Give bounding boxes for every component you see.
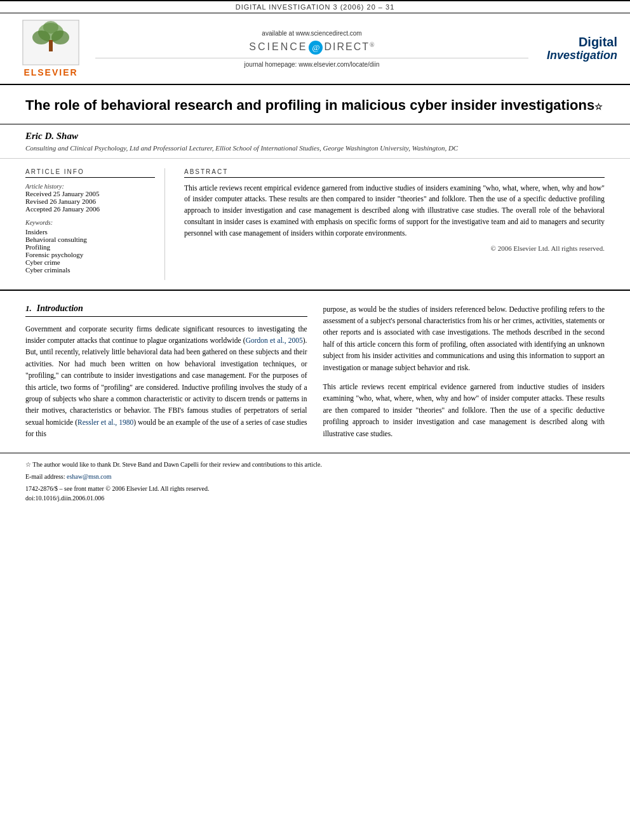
keywords-label: Keywords: — [25, 219, 155, 226]
intro-title: Introduction — [37, 303, 83, 314]
footer-doi: doi:10.1016/j.diin.2006.01.006 — [25, 493, 605, 503]
right-column: purpose, as would be the studies of insi… — [323, 303, 605, 440]
available-at-text: available at www.sciencedirect.com — [95, 30, 528, 37]
intro-left-text: Government and corporate security firms … — [25, 323, 307, 440]
svg-rect-4 — [49, 40, 53, 51]
keyword-profiling: Profiling — [25, 243, 155, 251]
footer-email-label: E-mail address: — [25, 473, 65, 480]
article-info-label: ARTICLE INFO — [25, 168, 155, 178]
elsevier-wordmark: ELSEVIER — [23, 67, 77, 77]
journal-homepage-text: journal homepage: www.elsevier.com/locat… — [95, 58, 528, 68]
history-label: Article history: — [25, 183, 155, 190]
author-name: Eric D. Shaw — [25, 131, 605, 142]
di-title: Digital — [535, 35, 617, 49]
science-text: SCIENCE — [249, 41, 307, 52]
footer-issn: 1742-2876/$ – see front matter © 2006 El… — [25, 484, 605, 493]
at-symbol: @ — [309, 41, 323, 55]
article-info-panel: ARTICLE INFO Article history: Received 2… — [25, 168, 165, 280]
journal-info-text: DIGITAL INVESTIGATION 3 (2006) 20 – 31 — [236, 3, 395, 11]
author-affiliation: Consulting and Clinical Psychology, Ltd … — [25, 144, 605, 152]
abstract-text: This article reviews recent empirical ev… — [184, 183, 605, 239]
sciencedirect-center: available at www.sciencedirect.com SCIEN… — [95, 30, 528, 68]
elsevier-logo: ELSEVIER — [13, 20, 89, 77]
revised-date: Revised 26 January 2006 — [25, 197, 155, 205]
copyright-line: © 2006 Elsevier Ltd. All rights reserved… — [184, 244, 605, 252]
keyword-forensic: Forensic psychology — [25, 251, 155, 258]
accepted-date: Accepted 26 January 2006 — [25, 205, 155, 213]
keywords-group: Keywords: Insiders Behavioral consulting… — [25, 219, 155, 274]
article-title-section: The role of behavioral research and prof… — [0, 85, 630, 124]
keyword-insiders: Insiders — [25, 228, 155, 236]
abstract-label: ABSTRACT — [184, 168, 605, 178]
footer-email: eshaw@msn.com — [67, 473, 112, 480]
elsevier-tree-icon — [22, 20, 79, 65]
body-content: 1. Introduction Government and corporate… — [0, 291, 630, 453]
keyword-behavioral: Behavioral consulting — [25, 236, 155, 243]
intro-number: 1. — [25, 303, 32, 314]
sciencedirect-logo: SCIENCE@DIRECT® — [95, 41, 528, 55]
footer-email-line: E-mail address: eshaw@msn.com — [25, 472, 605, 481]
intro-right-text-1: purpose, as would be the studies of insi… — [323, 303, 605, 373]
keyword-cybercrime: Cyber crime — [25, 258, 155, 266]
article-star: ☆ — [594, 102, 603, 112]
gordon-ref: Gordon et al., 2005 — [246, 337, 303, 344]
digital-investigation-logo: Digital Investigation — [535, 35, 617, 62]
footer-star-note: ☆ The author would like to thank Dr. Ste… — [25, 460, 605, 469]
received-date: Received 25 January 2005 — [25, 190, 155, 197]
author-section: Eric D. Shaw Consulting and Clinical Psy… — [0, 124, 630, 159]
article-meta-section: ARTICLE INFO Article history: Received 2… — [0, 159, 630, 291]
article-title: The role of behavioral research and prof… — [25, 97, 605, 115]
intro-heading: 1. Introduction — [25, 303, 307, 317]
svg-point-5 — [43, 21, 58, 34]
article-history-group: Article history: Received 25 January 200… — [25, 183, 155, 213]
direct-text: DIRECT — [324, 41, 370, 52]
keyword-cybercriminals: Cyber criminals — [25, 266, 155, 274]
ressler-ref: Ressler et al., 1980 — [77, 418, 133, 426]
intro-right-text-2: This article reviews recent empirical ev… — [323, 381, 605, 439]
di-subtitle: Investigation — [535, 49, 617, 62]
footer-section: ☆ The author would like to thank Dr. Ste… — [0, 453, 630, 509]
abstract-section: ABSTRACT This article reviews recent emp… — [178, 168, 605, 280]
journal-header: ELSEVIER available at www.sciencedirect.… — [0, 13, 630, 85]
left-column: 1. Introduction Government and corporate… — [25, 303, 307, 440]
journal-info-bar: DIGITAL INVESTIGATION 3 (2006) 20 – 31 — [0, 0, 630, 13]
